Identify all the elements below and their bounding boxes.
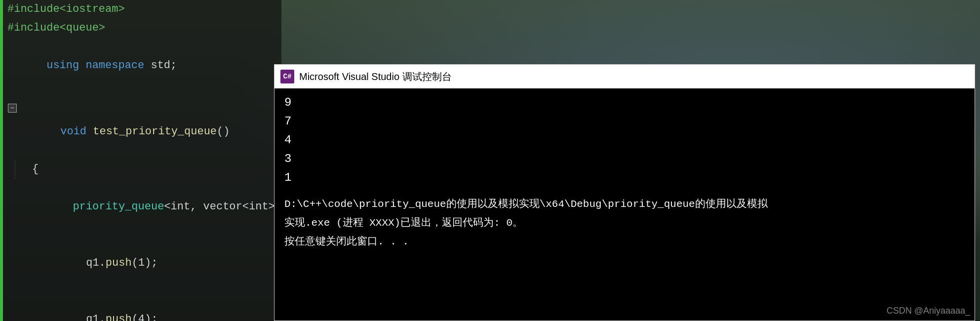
debug-output-3: 3 <box>284 150 965 168</box>
vs-icon: C# <box>280 70 294 83</box>
debug-output-area: 9 7 4 3 1 D:\C++\code\priority_queue的使用以… <box>274 88 975 321</box>
vs-icon-text: C# <box>283 73 292 80</box>
code-line-9: q1.push(4); <box>0 291 281 321</box>
code-text: #include<iostream> <box>5 0 125 19</box>
code-line-7: priority_queue<int, vector<int>, <box>0 179 281 235</box>
code-line-8: q1.push(1); <box>0 235 281 291</box>
code-text: q1.push(1); <box>44 235 157 291</box>
code-text: void test_priority_queue() <box>19 104 230 160</box>
collapse-icon-5[interactable]: − <box>8 104 17 113</box>
code-line-1: #include<iostream> <box>0 0 281 19</box>
debug-console-window: C# Microsoft Visual Studio 调试控制台 9 7 4 3… <box>274 64 975 321</box>
code-text: #include<queue> <box>5 19 105 38</box>
debug-output-4: 4 <box>284 131 965 150</box>
debug-output-9: 9 <box>284 93 965 112</box>
debug-path: D:\C++\code\priority_queue的使用以及模拟实现\x64\… <box>284 195 965 214</box>
debug-titlebar: C# Microsoft Visual Studio 调试控制台 <box>274 65 975 88</box>
code-line-2: #include<queue> <box>0 19 281 38</box>
debug-title: Microsoft Visual Studio 调试控制台 <box>299 70 452 83</box>
debug-output-1: 1 <box>284 168 965 187</box>
debug-output-7: 7 <box>284 112 965 131</box>
debug-path-cont: 实现.exe (进程 XXXX)已退出，返回代码为: 0。 <box>284 214 965 233</box>
code-text: { <box>30 160 39 179</box>
csdn-watermark: CSDN @Aniyaaaaa_ <box>887 306 970 316</box>
code-text: q1.push(4); <box>44 291 157 321</box>
code-line-6: { <box>0 160 281 179</box>
watermark-text: CSDN @Aniyaaaaa_ <box>887 306 970 316</box>
code-line-5: − void test_priority_queue() <box>0 104 281 160</box>
code-line-3: using namespace std; <box>0 38 281 94</box>
code-line-4 <box>0 94 281 104</box>
code-text: using namespace std; <box>5 38 177 94</box>
debug-prompt: 按任意键关闭此窗口. . . <box>284 233 965 251</box>
code-editor: #include<iostream> #include<queue> using… <box>0 0 281 321</box>
code-text: priority_queue<int, vector<int>, <box>31 179 281 235</box>
